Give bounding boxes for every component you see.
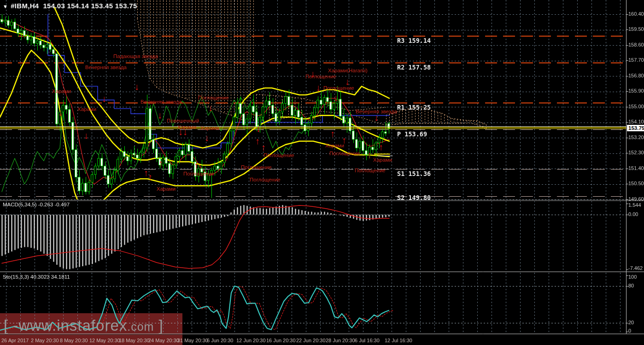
mt4-chart-window: ▼#IBM,H4 154.03 154.14 153.45 153.75 MAC… [0,0,644,345]
price-chart-canvas[interactable] [0,0,644,345]
